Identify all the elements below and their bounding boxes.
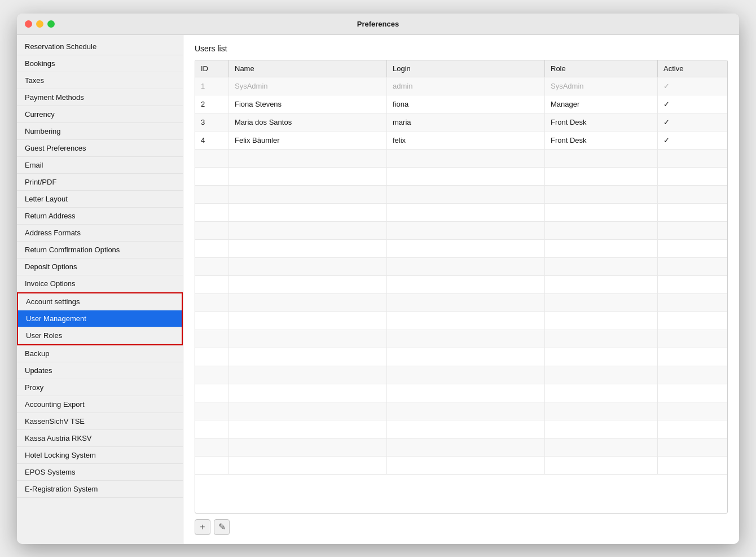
preferences-window: Preferences Reservation ScheduleBookings… [17,14,739,544]
sidebar-item-guest-preferences[interactable]: Guest Preferences [17,140,183,157]
sidebar-item-e-registration-system[interactable]: E-Registration System [17,481,183,498]
cell-name: SysAdmin [229,77,387,95]
table-row-empty [195,168,727,186]
empty-cell [229,150,387,167]
edit-user-button[interactable]: ✎ [214,519,230,535]
table-row-empty [195,240,727,258]
empty-cell [195,330,229,348]
empty-cell [658,457,727,474]
sidebar-item-proxy[interactable]: Proxy [17,379,183,396]
empty-cell [658,204,727,221]
sidebar-item-payment-methods[interactable]: Payment Methods [17,89,183,106]
cell-active: ✓ [658,113,727,131]
empty-cell [195,204,229,221]
sidebar-item-taxes[interactable]: Taxes [17,72,183,89]
cell-id: 3 [195,113,229,131]
empty-cell [229,384,387,402]
close-button[interactable] [25,20,32,28]
table-row[interactable]: 4Felix BäumlerfelixFront Desk✓ [195,131,727,150]
empty-cell [195,150,229,167]
empty-cell [229,420,387,438]
empty-cell [195,240,229,257]
empty-cell [545,204,658,221]
empty-cell [195,366,229,384]
empty-cell [195,294,229,312]
empty-cell [195,276,229,293]
table-row[interactable]: 2Fiona StevensfionaManager✓ [195,95,727,113]
empty-cell [658,402,727,420]
cell-active: ✓ [658,95,727,113]
empty-cell [658,240,727,257]
sidebar-item-account-settings[interactable]: Account settings [18,293,182,310]
empty-cell [229,366,387,384]
empty-cell [545,168,658,185]
cell-role: Front Desk [545,113,658,131]
empty-cell [195,457,229,474]
empty-cell [195,258,229,275]
sidebar-item-bookings[interactable]: Bookings [17,55,183,72]
sidebar-item-return-address[interactable]: Return Address [17,208,183,225]
empty-cell [387,168,545,185]
empty-cell [658,384,727,402]
sidebar-item-kassa-austria-rksv[interactable]: Kassa Austria RKSV [17,430,183,447]
col-header-active: Active [658,60,728,77]
cell-login: fiona [387,95,545,113]
empty-cell [387,348,545,366]
sidebar-item-deposit-options[interactable]: Deposit Options [17,258,183,275]
sidebar-item-updates[interactable]: Updates [17,362,183,379]
sidebar-item-return-confirmation-options[interactable]: Return Comfirmation Options [17,242,183,258]
empty-cell [229,438,387,456]
cell-id: 2 [195,95,229,113]
table-row[interactable]: 3Maria dos SantosmariaFront Desk✓ [195,113,727,131]
sidebar-item-hotel-locking-system[interactable]: Hotel Locking System [17,447,183,464]
table-row[interactable]: 1SysAdminadminSysAdmin✓ [195,77,727,95]
sidebar-item-backup[interactable]: Backup [17,345,183,362]
sidebar-item-invoice-options[interactable]: Invoice Options [17,275,183,292]
sidebar-item-user-roles[interactable]: User Roles [18,327,182,344]
sidebar-item-reservation-schedule[interactable]: Reservation Schedule [17,38,183,55]
maximize-button[interactable] [47,20,55,28]
sidebar-item-user-management[interactable]: User Management [18,310,182,327]
empty-cell [545,420,658,438]
empty-cell [387,150,545,167]
empty-cell [387,312,545,330]
sidebar-item-letter-layout[interactable]: Letter Layout [17,191,183,208]
empty-cell [387,186,545,203]
sidebar-item-epos-systems[interactable]: EPOS Systems [17,464,183,481]
empty-cell [658,222,727,239]
minimize-button[interactable] [36,20,43,28]
empty-cell [195,384,229,402]
sidebar-item-print-pdf[interactable]: Print/PDF [17,174,183,191]
empty-cell [545,438,658,456]
window-title: Preferences [357,20,399,28]
empty-cell [545,222,658,239]
cell-active: ✓ [658,131,727,149]
empty-cell [229,240,387,257]
sidebar-item-kassensichv-tse[interactable]: KassenSichV TSE [17,413,183,430]
titlebar: Preferences [17,14,739,35]
empty-cell [387,457,545,474]
empty-cell [658,312,727,330]
empty-cell [229,348,387,366]
empty-cell [387,222,545,239]
cell-active: ✓ [658,77,727,95]
cell-role: Manager [545,95,658,113]
sidebar-item-accounting-export[interactable]: Accounting Export [17,396,183,413]
empty-cell [545,150,658,167]
sidebar-item-address-formats[interactable]: Address Formats [17,225,183,242]
toolbar: + ✎ [195,514,728,535]
empty-cell [229,258,387,275]
sidebar-item-currency[interactable]: Currency [17,106,183,123]
empty-cell [387,366,545,384]
empty-cell [545,457,658,474]
sidebar-item-email[interactable]: Email [17,157,183,174]
cell-login: felix [387,131,545,149]
table-row-empty [195,348,727,366]
empty-cell [658,276,727,293]
empty-cell [658,258,727,275]
account-group: Account settingsUser ManagementUser Role… [17,292,183,345]
sidebar-item-numbering[interactable]: Numbering [17,123,183,140]
empty-cell [195,312,229,330]
empty-cell [658,366,727,384]
add-user-button[interactable]: + [195,519,210,535]
